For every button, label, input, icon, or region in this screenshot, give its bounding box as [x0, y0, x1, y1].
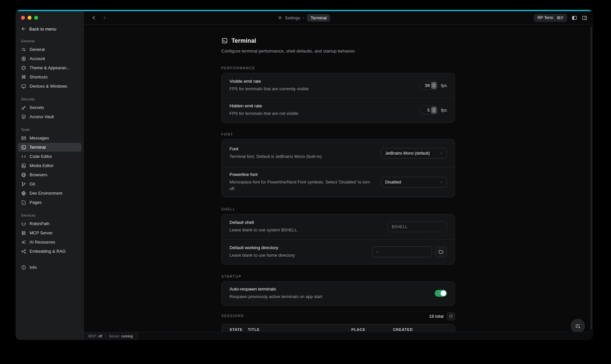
breadcrumb: Settings › Terminal — [278, 11, 330, 24]
back-to-menu-label: Back to menu — [29, 27, 56, 32]
hidden-emit-rate-value[interactable] — [423, 108, 430, 113]
app-window: Back to menu General General Account Th — [16, 10, 593, 340]
sidebar-section-tools: Tools — [16, 128, 83, 132]
minimize-window-button[interactable] — [28, 16, 32, 20]
arrow-left-icon — [21, 26, 26, 32]
settings-scroll-area[interactable]: Terminal Configure terminal performance,… — [84, 25, 593, 332]
setting-description: Respawn previously active terminals on a… — [229, 293, 322, 300]
sidebar-item-account[interactable]: Account — [18, 54, 81, 63]
startup-card: Auto-respawn terminals Respawn previousl… — [221, 281, 455, 306]
visible-emit-rate-input[interactable] — [419, 81, 438, 90]
sidebar-item-dev-environment[interactable]: Dev Environment — [18, 189, 81, 198]
chevron-down-icon — [439, 151, 443, 155]
font-select[interactable]: JetBrains Mono (default) — [381, 148, 447, 159]
sidebar-item-embedding-rag[interactable]: Embedding & RAG — [18, 247, 81, 256]
sidebar-item-ai-resources[interactable]: AI Resources — [18, 238, 81, 246]
visible-emit-rate-value[interactable] — [423, 83, 430, 88]
git-branch-icon — [21, 182, 26, 187]
column-header-place[interactable]: PLACE — [351, 328, 393, 332]
section-label-shell: SHELL — [221, 207, 455, 212]
sliders-icon — [21, 47, 26, 52]
refresh-sessions-button[interactable] — [447, 312, 455, 320]
chevron-down-icon[interactable] — [432, 110, 435, 112]
setting-description: Terminal font. Default is JetBrains Mono… — [229, 153, 323, 160]
column-header-title[interactable]: TITLE — [248, 328, 351, 332]
column-header-state[interactable]: STATE — [229, 328, 248, 332]
sidebar-item-mcp-server[interactable]: MCP Server — [18, 228, 81, 237]
page-title: Terminal — [231, 37, 256, 44]
sidebar-item-theme-appearance[interactable]: Theme & Appearan... — [18, 63, 81, 72]
back-to-menu-button[interactable]: Back to menu — [16, 25, 83, 32]
sidebar-item-code-editor[interactable]: Code Editor — [18, 152, 81, 161]
envelope-icon — [21, 136, 26, 141]
sidebar-item-pages[interactable]: Pages — [18, 198, 81, 207]
setting-row-hidden-emit-rate: Hidden emit rate FPS for terminals that … — [222, 98, 455, 122]
refresh-icon — [449, 314, 453, 318]
info-icon — [21, 265, 26, 270]
nav-forward-button[interactable] — [101, 14, 108, 21]
server-status-label: Server: — [109, 334, 120, 338]
working-directory-input[interactable] — [372, 246, 432, 257]
setting-title: Font — [229, 146, 323, 151]
sidebar-item-devices-windows[interactable]: Devices & Windows — [18, 82, 81, 91]
stepper-control[interactable] — [431, 82, 437, 89]
column-header-created[interactable]: CREATED — [393, 328, 447, 332]
sidebar-item-shortcuts[interactable]: ⌘ Shortcuts — [18, 73, 81, 81]
sidebar-item-info[interactable]: Info — [18, 263, 81, 272]
sidebar-item-terminal[interactable]: Terminal — [18, 143, 81, 152]
terminal-icon — [21, 145, 26, 150]
settings-sidebar: Back to menu General General Account Th — [16, 11, 84, 340]
setting-description: Leave blank to use home directory — [229, 252, 295, 259]
session-log-fab-button[interactable] — [571, 319, 585, 332]
zoom-window-button[interactable] — [34, 16, 38, 20]
share-nodes-icon — [21, 249, 26, 254]
section-label-performance: PERFORMANCE — [221, 66, 455, 71]
setting-row-powerline-font: Powerline font Monospace font for Powerl… — [222, 167, 455, 197]
close-window-button[interactable] — [21, 16, 25, 20]
sidebar-item-secrets[interactable]: Secrets — [18, 103, 81, 112]
sidebar-item-robinpath[interactable]: RobinPath — [18, 219, 81, 228]
user-circle-icon — [21, 56, 26, 61]
section-label-sessions: SESSIONS — [221, 314, 244, 319]
section-label-font: FONT — [221, 132, 455, 137]
powerline-font-select[interactable]: Disabled — [381, 177, 447, 187]
topbar: Settings › Terminal RP Term ⌘P — [84, 11, 593, 25]
hidden-emit-rate-input[interactable] — [419, 106, 438, 115]
app-switcher-button[interactable]: RP Term ⌘P — [534, 14, 567, 22]
stepper-control[interactable] — [431, 107, 437, 114]
sidebar-scroll-area[interactable]: General General Account Theme & Appearan… — [16, 32, 83, 340]
sidebar-item-access-vault[interactable]: Access Vault — [18, 112, 81, 121]
chevron-down-icon[interactable] — [432, 85, 435, 87]
monitor-icon — [21, 84, 26, 89]
browse-directory-button[interactable] — [435, 246, 447, 257]
breadcrumb-current[interactable]: Terminal — [307, 14, 330, 22]
sessions-table-header: STATE TITLE PLACE CREATED — [222, 324, 455, 332]
powerline-font-select-value: Disabled — [385, 180, 401, 184]
setting-title: Default working directory — [229, 245, 295, 250]
desktop-background: Back to menu General General Account Th — [0, 0, 611, 364]
sparkles-icon — [21, 240, 26, 245]
sidebar-item-browsers[interactable]: Browsers — [18, 170, 81, 179]
sessions-table-card: STATE TITLE PLACE CREATED — [221, 324, 455, 332]
mcp-status-value: off — [98, 334, 102, 338]
breadcrumb-separator: › — [303, 15, 304, 20]
breadcrumb-settings[interactable]: Settings — [285, 15, 300, 20]
nav-back-button[interactable] — [90, 14, 98, 21]
traffic-lights — [16, 11, 83, 20]
setting-row-default-shell: Default shell Leave blank to use system … — [222, 214, 455, 239]
chip-icon — [21, 191, 26, 196]
sidebar-item-git[interactable]: Git — [18, 180, 81, 188]
setting-row-working-directory: Default working directory Leave blank to… — [222, 239, 455, 264]
key-icon — [21, 105, 26, 110]
toggle-left-panel-button[interactable] — [572, 15, 577, 21]
default-shell-input[interactable] — [387, 221, 447, 232]
scrollbar[interactable] — [590, 27, 592, 330]
auto-respawn-toggle[interactable] — [435, 290, 447, 297]
sidebar-item-general[interactable]: General — [18, 45, 81, 54]
media-file-icon — [21, 163, 26, 168]
status-chip[interactable]: MCP: off Server: running — [84, 332, 138, 340]
sidebar-item-media-editor[interactable]: Media Editor — [18, 161, 81, 170]
toggle-right-panel-button[interactable] — [582, 15, 587, 21]
setting-row-visible-emit-rate: Visible emit rate FPS for terminals that… — [222, 73, 455, 98]
sidebar-item-messages[interactable]: Messages — [18, 134, 81, 142]
